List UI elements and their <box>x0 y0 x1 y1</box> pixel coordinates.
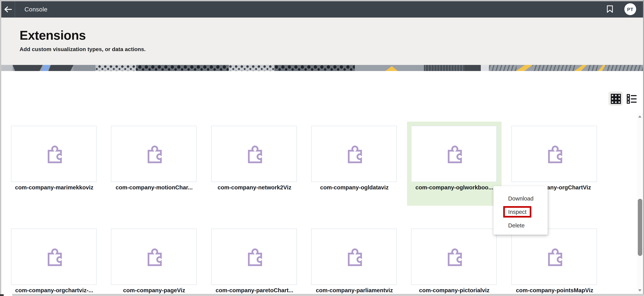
puzzle-icon <box>545 247 564 266</box>
extension-name: com-company-parliamentviz <box>307 286 402 294</box>
extension-card[interactable]: com-company-paretoChart... <box>207 224 302 296</box>
extension-card[interactable]: com-company-pointsMapViz <box>507 224 602 296</box>
scroll-down-arrow-icon[interactable] <box>638 289 642 291</box>
page-header: Extensions Add custom visualization type… <box>1 17 643 65</box>
avatar-initials: PT <box>627 7 634 12</box>
extension-card[interactable]: com-company-marimekkoviz <box>7 122 102 206</box>
window-border-top <box>0 0 644 1</box>
extension-tile <box>211 229 297 285</box>
extension-name: com-company-network2Viz <box>207 184 302 191</box>
topbar: Console PT <box>1 1 643 18</box>
annotation-red-box <box>503 206 532 217</box>
extension-tile <box>311 126 397 182</box>
extension-tile <box>512 229 597 285</box>
extension-name: com-company-marimekkoviz <box>7 184 102 191</box>
list-view-icon <box>626 93 637 104</box>
bottom-edge <box>12 294 644 296</box>
extension-card[interactable]: com-company-parliamentviz <box>307 224 402 296</box>
grid-view-icon <box>610 93 621 104</box>
scroll-up-arrow-icon[interactable] <box>638 116 642 118</box>
puzzle-icon <box>144 144 163 163</box>
back-button[interactable] <box>1 1 14 18</box>
puzzle-icon <box>345 144 364 163</box>
extension-card[interactable]: com-company-motionChar... <box>107 122 202 206</box>
extension-tile <box>411 126 497 182</box>
avatar[interactable]: PT <box>624 3 636 15</box>
extension-tile <box>211 126 297 182</box>
extension-tile <box>311 229 397 285</box>
extension-card-selected[interactable]: com-company-oglworkboo... <box>407 122 502 206</box>
puzzle-icon <box>345 247 364 266</box>
page-title: Extensions <box>20 29 643 42</box>
view-toggle-group <box>608 91 637 106</box>
menu-item-download[interactable]: Download <box>494 191 548 205</box>
page-subtitle: Add custom visualization types, or data … <box>20 46 643 52</box>
puzzle-icon <box>144 247 163 266</box>
list-view-button[interactable] <box>626 93 637 104</box>
back-arrow-icon <box>4 6 12 13</box>
extension-tile <box>111 126 196 182</box>
puzzle-icon <box>444 247 463 266</box>
extension-card[interactable]: com-company-pictorialviz <box>407 224 502 296</box>
extension-card[interactable]: com-company-pageViz <box>107 224 202 296</box>
puzzle-icon <box>444 144 463 163</box>
extension-name: com-company-motionChar... <box>107 184 202 191</box>
bottom-left-mark <box>0 294 4 296</box>
extension-name: com-company-pageViz <box>107 286 202 294</box>
window-border-left <box>0 0 1 296</box>
extension-card[interactable]: com-company-ogldataviz <box>307 122 402 206</box>
app-window: Console PT Extensions Add custom visuali… <box>0 0 644 296</box>
banner-image <box>1 65 643 71</box>
page-title-topbar: Console <box>24 1 48 18</box>
extension-card[interactable]: com-company-network2Viz <box>207 122 302 206</box>
puzzle-icon <box>44 247 63 266</box>
extension-name: com-company-ogldataviz <box>307 184 402 191</box>
puzzle-icon <box>545 144 564 163</box>
extension-name: com-company-oglworkboo... <box>407 184 502 191</box>
menu-item-delete[interactable]: Delete <box>494 219 548 232</box>
puzzle-icon <box>245 144 264 163</box>
extension-name: com-company-pointsMapViz <box>507 286 602 294</box>
puzzle-icon <box>245 247 264 266</box>
extension-tile <box>512 126 597 182</box>
extension-tile <box>411 229 497 285</box>
extension-name: com-company-paretoChart... <box>207 286 302 294</box>
extension-tile <box>11 126 97 182</box>
window-border-right <box>643 0 644 296</box>
extension-card[interactable]: com-company-orgchartviz-... <box>7 224 102 296</box>
extension-tile <box>11 229 97 285</box>
puzzle-icon <box>44 144 63 163</box>
vertical-scrollbar[interactable] <box>637 113 643 294</box>
topbar-divider <box>14 1 15 18</box>
bookmark-icon[interactable] <box>607 6 614 14</box>
extension-name: com-company-pictorialviz <box>407 286 502 294</box>
context-menu: Download Inspect Delete <box>494 186 548 235</box>
grid-view-button[interactable] <box>608 91 623 106</box>
extension-name: com-company-orgchartviz-... <box>7 286 102 294</box>
scrollbar-thumb[interactable] <box>638 199 642 256</box>
extension-tile <box>111 229 196 285</box>
